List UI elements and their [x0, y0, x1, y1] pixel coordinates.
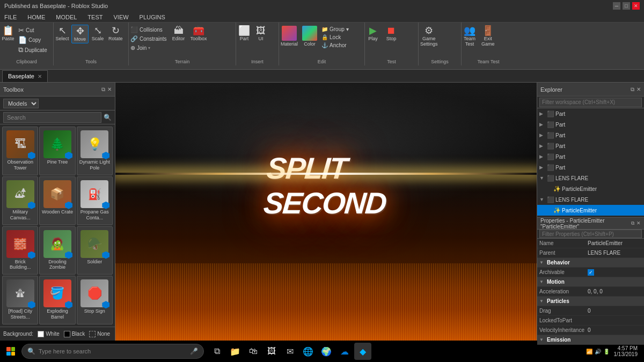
edge-button[interactable]: 🌐: [299, 343, 317, 360]
prop-row[interactable]: Name ParticleEmitter: [537, 239, 644, 248]
tree-item-9[interactable]: ✨ ParticleEmitter: [537, 205, 644, 216]
roblox-button[interactable]: ◆: [354, 343, 371, 360]
group-button[interactable]: 📁 Group ▾: [320, 26, 350, 33]
model-item[interactable]: ⛽ Propane Gas Conta...: [77, 176, 113, 225]
color-button[interactable]: Color: [301, 25, 319, 48]
network-icon[interactable]: 📶: [586, 349, 592, 354]
team-test-button[interactable]: 👥 TeamTest: [462, 25, 478, 48]
tree-item-5[interactable]: ▶ ⬛ Part: [537, 162, 644, 173]
tree-item-8[interactable]: ▼ ⬛ LENS FLARE: [537, 194, 644, 205]
maximize-button[interactable]: □: [623, 2, 630, 10]
model-name: Brick Building...: [4, 259, 36, 271]
select-button[interactable]: ↖ Select: [54, 25, 71, 42]
properties-close[interactable]: ✕: [636, 220, 641, 226]
tree-item-0[interactable]: ▶ ⬛ Part: [537, 108, 644, 119]
game-settings-button[interactable]: ⚙ GameSettings: [419, 25, 440, 48]
menu-test[interactable]: TEST: [85, 14, 105, 20]
model-item[interactable]: 🧟 Drooling Zombie: [39, 226, 75, 275]
minimize-button[interactable]: ─: [613, 2, 620, 10]
tree-item-2[interactable]: ▶ ⬛ Part: [537, 130, 644, 141]
prop-row[interactable]: LockedToPart: [537, 316, 644, 326]
tab-baseplate[interactable]: Baseplate ✕: [2, 70, 48, 82]
menu-view[interactable]: VIEW: [111, 14, 130, 20]
material-button[interactable]: Material: [279, 25, 299, 48]
prop-row[interactable]: Drag 0: [537, 306, 644, 316]
toolbox-close[interactable]: ✕: [107, 86, 112, 93]
menu-file[interactable]: FILE: [2, 14, 19, 20]
volume-icon[interactable]: 🔊: [595, 349, 601, 354]
onedrive-button[interactable]: ☁: [336, 343, 353, 360]
properties-filter-input[interactable]: [539, 230, 642, 238]
taskbar-search[interactable]: 🔍 Type here to search 🎤: [21, 344, 204, 359]
bg-white-option[interactable]: White: [38, 331, 60, 337]
ui-button[interactable]: 🖼 UI: [253, 25, 269, 42]
menu-bar: FILE HOME MODEL TEST VIEW PLUGINS: [0, 12, 644, 23]
model-item[interactable]: 🛣 [Road] City Streets...: [2, 276, 38, 324]
prop-row[interactable]: VelocityInheritance 0: [537, 326, 644, 335]
constraints-button[interactable]: 🔗 Constraints: [129, 35, 169, 43]
microphone-icon[interactable]: 🎤: [190, 348, 198, 355]
scale-button[interactable]: ⤡ Scale: [89, 25, 106, 42]
play-button[interactable]: ▶ Play: [365, 25, 381, 42]
properties-undock[interactable]: ⧉: [631, 220, 634, 226]
exit-game-button[interactable]: 🚪 ExitGame: [480, 25, 496, 48]
bg-black-option[interactable]: Black: [64, 331, 85, 337]
explorer-close[interactable]: ✕: [636, 86, 641, 93]
toolbox-undock[interactable]: ⧉: [101, 86, 105, 93]
task-view-button[interactable]: ⧉: [208, 343, 225, 360]
copy-button[interactable]: 📄 Copy: [17, 35, 49, 45]
mail-button[interactable]: ✉: [281, 343, 298, 360]
editor-button[interactable]: 🏔 Editor: [171, 25, 187, 42]
search-input[interactable]: [3, 112, 101, 123]
tree-item-6[interactable]: ▼ ⬛ LENS FLARE: [537, 173, 644, 183]
anchor-button[interactable]: ⚓ Anchor: [320, 42, 350, 49]
move-button[interactable]: ✥ Move: [71, 25, 89, 43]
file-explorer-button[interactable]: 📁: [226, 343, 244, 360]
close-tab-button[interactable]: ✕: [38, 73, 42, 79]
photos-button[interactable]: 🖼: [263, 343, 280, 360]
stop-button[interactable]: ⏹ Stop: [383, 25, 399, 42]
explorer-undock[interactable]: ⧉: [631, 86, 634, 93]
model-item[interactable]: 🏗 Observation Tower: [2, 127, 38, 175]
model-item[interactable]: 🛑 Stop Sign: [77, 276, 113, 324]
toolbox-ribbon-button[interactable]: 🧰 Toolbox: [189, 25, 209, 42]
battery-icon[interactable]: 🔋: [603, 349, 610, 354]
bg-none-option[interactable]: None: [89, 331, 110, 337]
explorer-filter-input[interactable]: [539, 98, 642, 107]
clock[interactable]: 4:57 PM 1/13/2019: [614, 345, 638, 357]
cut-button[interactable]: ✂ Cut: [17, 26, 49, 35]
item-label: Part: [555, 132, 565, 138]
prop-row[interactable]: Archivable ✓: [537, 268, 644, 277]
menu-home[interactable]: HOME: [25, 14, 47, 20]
part-button[interactable]: ⬜ Part: [236, 25, 252, 42]
chrome-button[interactable]: 🌍: [318, 343, 335, 360]
search-icon[interactable]: 🔍: [104, 114, 112, 121]
prop-name: Archivable: [539, 269, 588, 275]
lock-button[interactable]: 🔒 Lock: [320, 34, 350, 41]
store-button[interactable]: 🛍: [245, 343, 262, 360]
duplicate-button[interactable]: ⧉ Duplicate: [17, 45, 49, 55]
model-item[interactable]: 💡 Dynamic Light Pole: [77, 127, 113, 175]
rotate-button[interactable]: ↻ Rotate: [107, 25, 125, 42]
menu-plugins[interactable]: PLUGINS: [137, 14, 167, 20]
tree-item-1[interactable]: ▶ ⬛ Part: [537, 119, 644, 130]
viewport[interactable]: SPLITSECOND: [115, 83, 537, 341]
models-select[interactable]: Models Decals Audio: [3, 99, 39, 108]
menu-model[interactable]: MODEL: [54, 14, 79, 20]
prop-row[interactable]: Parent LENS FLARE: [537, 248, 644, 258]
tree-item-3[interactable]: ▶ ⬛ Part: [537, 141, 644, 151]
prop-row[interactable]: Acceleration 0, 0, 0: [537, 287, 644, 297]
model-item[interactable]: 🏕 Military Canvas...: [2, 176, 38, 225]
model-item[interactable]: 📦 Wooden Crate: [39, 176, 75, 225]
model-item[interactable]: 🪣 Exploding Barrel: [39, 276, 75, 324]
model-item[interactable]: 🧱 Brick Building...: [2, 226, 38, 275]
tree-item-4[interactable]: ▶ ⬛ Part: [537, 151, 644, 162]
close-button[interactable]: ✕: [632, 2, 640, 10]
tree-item-7[interactable]: ✨ ParticleEmitter: [537, 183, 644, 194]
start-button[interactable]: [2, 343, 19, 360]
model-item[interactable]: 🌲 Pine Tree: [39, 127, 75, 175]
model-item[interactable]: 🪖 Soldier: [77, 226, 113, 275]
collisions-button[interactable]: ⬛ Collisions: [129, 26, 169, 34]
join-button[interactable]: ⊕ Join ▾: [129, 44, 169, 52]
paste-button[interactable]: 📋 Paste: [0, 25, 16, 42]
